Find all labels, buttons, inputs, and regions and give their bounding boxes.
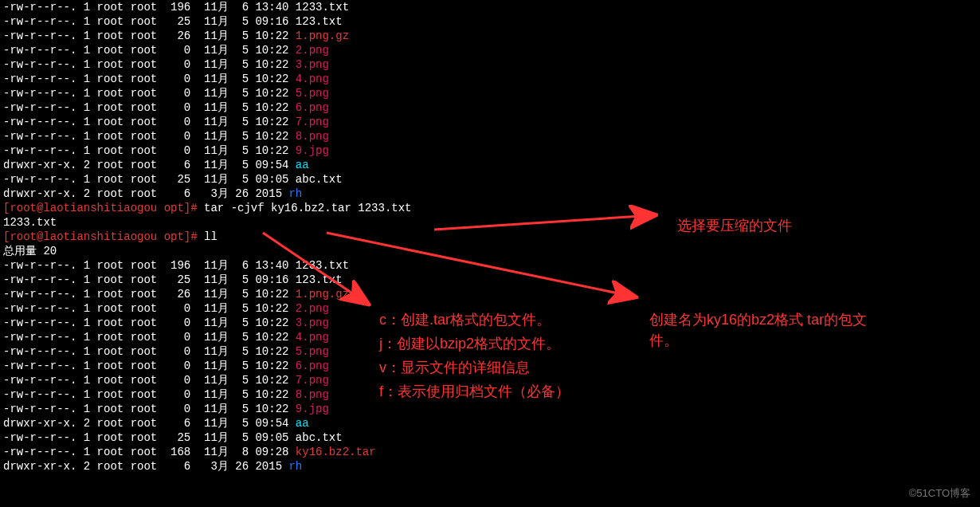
svg-line-2: [263, 233, 367, 303]
watermark: ©51CTO博客: [909, 486, 970, 501]
svg-line-0: [434, 215, 653, 230]
annotation-arrows: [0, 0, 980, 507]
svg-line-1: [327, 233, 633, 297]
